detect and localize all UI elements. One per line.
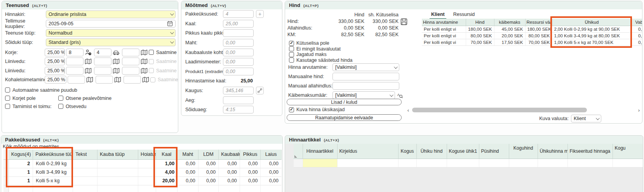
liinivedu-2-saatmine-checkbox[interactable] — [149, 68, 154, 73]
table-row[interactable]: Per kolli enligt vi 70,00 SEK 17,50 SEK … — [422, 39, 642, 45]
kaugus-recalc-button[interactable] — [256, 87, 264, 94]
pakkeuksused-input[interactable]: 4 — [223, 10, 254, 18]
table-row-empty[interactable] — [3, 185, 282, 192]
map-icon[interactable] — [85, 58, 92, 65]
otsevedu-checkbox[interactable] — [58, 104, 63, 109]
pikkus-kaalu-pikkus-input[interactable] — [223, 29, 254, 37]
tarnimist-ei-toimu-checkbox[interactable] — [5, 104, 10, 109]
kaal-input[interactable]: 25,00 — [223, 20, 254, 28]
col-pikkus[interactable]: Pikkus — [240, 150, 261, 159]
col-kogu[interactable]: Kogu — [613, 144, 643, 159]
map-icon[interactable] — [85, 68, 92, 74]
col-kauba-tuup[interactable]: Kauba tüüp — [97, 150, 138, 159]
korje-input-2[interactable]: 4 — [94, 49, 111, 56]
table-row[interactable]: 1 Kolli 5-x kg 20,00 0,00 0,00 0,00 0,00… — [3, 176, 282, 185]
scroll-left-icon[interactable]: ‹ — [406, 107, 411, 113]
laadimismeeter-input[interactable]: 0,00 — [223, 58, 254, 66]
col-koguse-uhik1[interactable]: Koguse ühik1 — [447, 144, 479, 159]
hinna-arvutamine-select[interactable]: [Vaikimisi] — [332, 63, 399, 71]
col-vaba[interactable]: Vaba — [632, 19, 642, 26]
produkt1-input[interactable]: 0,00 — [223, 68, 254, 75]
table-row[interactable]: Per kolli enligt vi 80,00 SEK 20,00 SEK … — [422, 32, 642, 39]
kutuselisa-pole-checkbox[interactable] — [289, 41, 294, 46]
liinivedu-1-input-3[interactable] — [122, 58, 139, 65]
map-icon[interactable] — [141, 58, 148, 65]
korjet-pole-checkbox[interactable] — [5, 96, 10, 101]
ei-mingit-lisavaluutat-checkbox[interactable] — [289, 46, 294, 51]
korje-input-1[interactable]: 8 — [66, 49, 84, 56]
liinivedu-1-percent-input[interactable]: 25,00 % — [45, 58, 65, 65]
table-row[interactable]: Per kolli enligt vi 180,00 SEK 45,00 SEK… — [422, 26, 642, 32]
new-hinnaartikkel-cell[interactable] — [303, 159, 337, 167]
liinivedu-2-percent-input[interactable]: 25,00 % — [45, 67, 65, 75]
col-ldm[interactable]: LDM — [198, 150, 219, 159]
kohaletoimetamine-input-1[interactable] — [68, 76, 85, 84]
col-kaibemaks[interactable]: käibemaks — [494, 19, 525, 26]
automaatne-saatmine-checkbox[interactable] — [5, 87, 10, 93]
table-row-new[interactable] — [294, 159, 643, 167]
col-koguhind[interactable]: Koguhind — [509, 144, 538, 159]
map-icon[interactable] — [141, 68, 148, 74]
kuva-valuuta-select[interactable]: Klient — [571, 115, 601, 122]
kuva-hinna-uksikasjad-checkbox[interactable] — [289, 107, 294, 112]
col-fikseeritud-hinnaga[interactable]: Fikseeritud hinnaga — [567, 144, 613, 159]
col-laius[interactable]: Laius — [261, 150, 282, 159]
col-pusihind[interactable]: Püsihind — [479, 144, 509, 159]
col-hinnaartikkel[interactable]: Hinnaartikkel — [303, 144, 337, 159]
col-kogus[interactable]: Kogus(4) — [9, 150, 33, 159]
map-icon[interactable] — [113, 68, 120, 74]
kohaletoimetamine-input-3[interactable] — [124, 76, 141, 84]
liinivedu-2-input-1[interactable] — [66, 67, 84, 75]
korje-saatmine-checkbox[interactable] — [149, 50, 154, 55]
col-kaubaalu[interactable]: Kaubaalu — [219, 150, 240, 159]
table-row[interactable]: 1 Kolli 3-4,99 kg 4,00 0,00 0,00 0,00 0,… — [3, 168, 282, 176]
col-hinna-arvutamine[interactable]: Hinna arvutamine — [422, 19, 466, 26]
lisad-kulud-button[interactable]: Lisad / kulud — [287, 99, 402, 105]
kohaletoimetamine-input-2[interactable] — [96, 76, 113, 84]
tellimuse-kuupaev-input[interactable]: 2025-09-05 — [46, 20, 176, 28]
maht-input[interactable]: 0,00 — [223, 39, 254, 47]
col-kirjeldus[interactable]: Kirjeldus — [337, 144, 398, 159]
liinivedu-2-input-2[interactable] — [94, 67, 111, 75]
kaibemaksumaar-select[interactable]: [Vaikimisi] — [332, 91, 395, 99]
manuaal-allahindlus-input[interactable] — [332, 82, 399, 90]
map-icon[interactable] — [113, 58, 120, 65]
soiduki-tuup-select[interactable]: Standard (pris) — [46, 38, 176, 46]
col-maht[interactable]: Maht — [178, 150, 198, 159]
col-pakkeuksuse-tuup[interactable]: Pakkeüksuse tüü — [33, 150, 73, 159]
scroll-right-icon[interactable]: › — [636, 107, 642, 113]
map-icon[interactable] — [142, 77, 149, 83]
kaugus-input[interactable]: 345,146 — [223, 87, 254, 94]
kohaletoimetamine-saatmine-checkbox[interactable] — [150, 77, 155, 82]
map-icon[interactable] — [141, 49, 148, 56]
col-uhiku-hind[interactable]: Ühiku hind — [416, 144, 447, 159]
liinivedu-1-input-2[interactable] — [94, 58, 111, 65]
table-row[interactable]: 2 Kolli 0-2,99 kg 1,00 0,00 0,00 0,00 0,… — [3, 159, 282, 168]
kasutage-saastetud-hinda-checkbox[interactable] — [289, 58, 294, 63]
hinnakiri-select[interactable]: Ordinarie prislista — [46, 10, 176, 18]
korje-percent-input[interactable]: 25,00 % — [45, 49, 65, 56]
tab-ressursid[interactable]: Ressursid — [452, 11, 477, 19]
calendar-icon[interactable] — [167, 21, 173, 26]
liinivedu-2-input-3[interactable] — [122, 67, 139, 75]
map-icon[interactable] — [86, 77, 93, 83]
col-hind[interactable]: Hind — [466, 19, 494, 26]
jagatud-maks-checkbox[interactable] — [289, 52, 294, 57]
liinivedu-1-input-1[interactable] — [66, 58, 84, 65]
manuaalne-hind-input[interactable] — [332, 73, 399, 80]
soiduaeg-input[interactable]: 4:15 — [223, 106, 254, 113]
liinivedu-1-saatmine-checkbox[interactable] — [149, 59, 154, 64]
add-pakkeuksus-button[interactable]: + — [256, 10, 264, 18]
korje-input-3[interactable] — [122, 49, 139, 56]
kohaletoimetamine-percent-input[interactable]: 25,00 % — [45, 76, 66, 84]
otsene-pealevotmine-checkbox[interactable] — [58, 96, 63, 101]
aeg-input[interactable] — [223, 96, 254, 104]
col-hoiatus[interactable]: Hoiatus — [138, 150, 156, 159]
vat-lookup-icon[interactable]: A — [397, 92, 403, 99]
col-tekst[interactable]: Tekst — [73, 150, 97, 159]
tab-klient[interactable]: Klient — [430, 11, 446, 19]
map-icon[interactable] — [114, 77, 121, 83]
save-icon[interactable] — [400, 18, 407, 25]
col-ressursi-vaartus[interactable]: Ressursi vää — [525, 19, 552, 26]
col-uhikud[interactable]: Ühikud — [552, 19, 632, 26]
